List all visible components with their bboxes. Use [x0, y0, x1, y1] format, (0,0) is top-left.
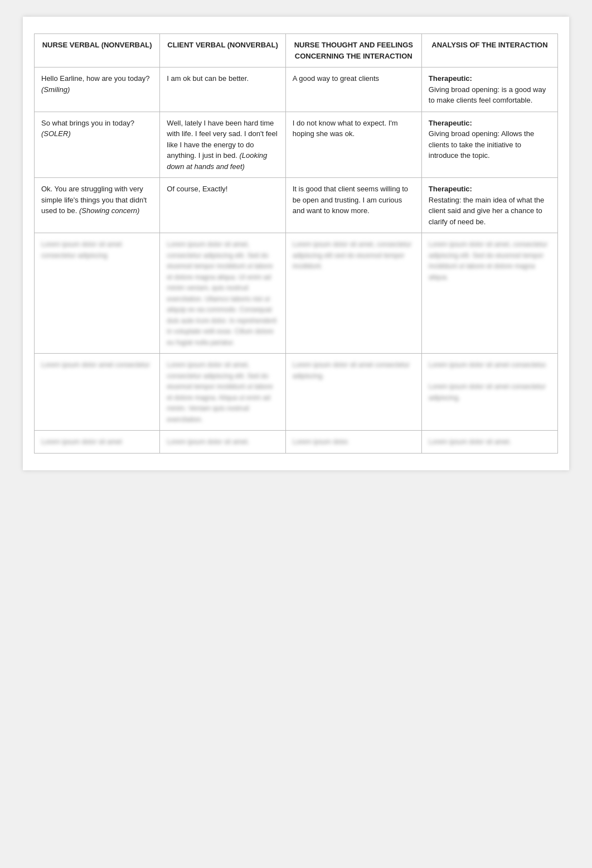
- cell-row2-col1: So what brings you in today? (SOLER): [35, 112, 160, 178]
- cell-row4-col3: Lorem ipsum dolor sit amet, consectetur …: [285, 233, 421, 354]
- italic-text: (SOLER): [41, 129, 71, 138]
- cell-row3-col2: Of course, Exactly!: [160, 178, 285, 233]
- cell-row6-col3: Lorem ipsum dolor.: [285, 431, 421, 454]
- table-row: Hello Earline, how are you today? (Smili…: [35, 67, 558, 112]
- cell-row3-col1: Ok. You are struggling with very simple …: [35, 178, 160, 233]
- blurred-text: Lorem ipsum dolor sit amet.: [429, 438, 511, 446]
- blurred-text: Lorem ipsum dolor sit amet, consectetur …: [429, 240, 547, 281]
- blurred-text: Lorem ipsum dolor sit amet consectetur.L…: [429, 361, 547, 402]
- blurred-text: Lorem ipsum dolor sit amet.: [167, 438, 249, 446]
- blurred-text: Lorem ipsum dolor.: [293, 438, 350, 446]
- cell-row1-col1: Hello Earline, how are you today? (Smili…: [35, 67, 160, 112]
- cell-row5-col4: Lorem ipsum dolor sit amet consectetur.L…: [421, 354, 557, 431]
- interaction-table: NURSE VERBAL (NONVERBAL) CLIENT VERBAL (…: [34, 33, 558, 454]
- cell-row5-col1: Lorem ipsum dolor amet consectetur: [35, 354, 160, 431]
- cell-row6-col1: Lorem ipsum dolor sit amet: [35, 431, 160, 454]
- analysis-text: Giving broad opening: is a good way to m…: [429, 85, 546, 105]
- header-col3: NURSE THOUGHT AND FEELINGS CONCERNING TH…: [285, 34, 421, 67]
- therapeutic-label: Therapeutic:: [429, 74, 472, 83]
- page: NURSE VERBAL (NONVERBAL) CLIENT VERBAL (…: [23, 17, 569, 470]
- cell-row1-col2: I am ok but can be better.: [160, 67, 285, 112]
- cell-row3-col3: It is good that client seems willing to …: [285, 178, 421, 233]
- blurred-text: Lorem ipsum dolor sit amet, consectetur …: [167, 240, 276, 346]
- italic-text: (Showing concern): [79, 206, 139, 215]
- cell-row6-col4: Lorem ipsum dolor sit amet.: [421, 431, 557, 454]
- analysis-text: Restating: the main idea of what the cli…: [429, 196, 544, 226]
- therapeutic-label: Therapeutic:: [429, 185, 472, 193]
- cell-row5-col2: Lorem ipsum dolor sit amet, consectetur …: [160, 354, 285, 431]
- blurred-text: Lorem ipsum dolor sit amet: [41, 438, 122, 446]
- cell-row4-col1: Lorem ipsum dolor sit amet consectetur a…: [35, 233, 160, 354]
- header-col2: CLIENT VERBAL (NONVERBAL): [160, 34, 285, 67]
- blurred-text: Lorem ipsum dolor sit amet, consectetur …: [293, 240, 411, 270]
- cell-row3-col4: Therapeutic: Restating: the main idea of…: [421, 178, 557, 233]
- blurred-text: Lorem ipsum dolor sit amet consectetur a…: [293, 361, 410, 380]
- table-row: Lorem ipsum dolor amet consectetur Lorem…: [35, 354, 558, 431]
- cell-row5-col3: Lorem ipsum dolor sit amet consectetur a…: [285, 354, 421, 431]
- cell-row6-col2: Lorem ipsum dolor sit amet.: [160, 431, 285, 454]
- blurred-text: Lorem ipsum dolor sit amet consectetur a…: [41, 240, 122, 259]
- table-row: Ok. You are struggling with very simple …: [35, 178, 558, 233]
- cell-row4-col4: Lorem ipsum dolor sit amet, consectetur …: [421, 233, 557, 354]
- blurred-text: Lorem ipsum dolor sit amet, consectetur …: [167, 361, 273, 423]
- table-row: Lorem ipsum dolor sit amet Lorem ipsum d…: [35, 431, 558, 454]
- cell-row1-col3: A good way to great clients: [285, 67, 421, 112]
- table-row: Lorem ipsum dolor sit amet consectetur a…: [35, 233, 558, 354]
- italic-text: (Looking down at hands and feet): [167, 151, 267, 171]
- cell-row2-col2: Well, lately I have been hard time with …: [160, 112, 285, 178]
- cell-row1-col4: Therapeutic: Giving broad opening: is a …: [421, 67, 557, 112]
- therapeutic-label: Therapeutic:: [429, 119, 472, 127]
- cell-row2-col3: I do not know what to expect. I'm hoping…: [285, 112, 421, 178]
- table-row: So what brings you in today? (SOLER) Wel…: [35, 112, 558, 178]
- analysis-text: Giving broad opening: Allows the clients…: [429, 129, 534, 160]
- header-col1: NURSE VERBAL (NONVERBAL): [35, 34, 160, 67]
- italic-text: (Smiling): [41, 85, 70, 94]
- header-col4: ANALYSIS OF THE INTERACTION: [421, 34, 557, 67]
- blurred-text: Lorem ipsum dolor amet consectetur: [41, 361, 150, 369]
- cell-row2-col4: Therapeutic: Giving broad opening: Allow…: [421, 112, 557, 178]
- cell-row4-col2: Lorem ipsum dolor sit amet, consectetur …: [160, 233, 285, 354]
